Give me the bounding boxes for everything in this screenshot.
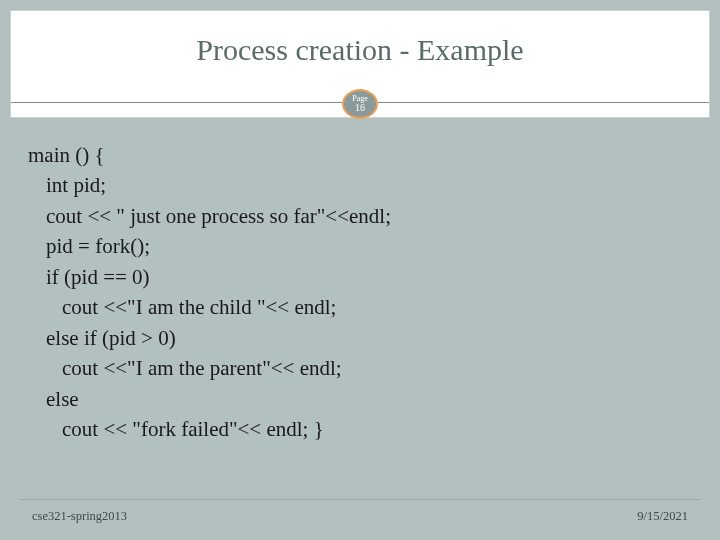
- footer-date: 9/15/2021: [637, 509, 688, 524]
- footer-divider: [20, 499, 700, 500]
- code-line: cout << " just one process so far"<<endl…: [28, 201, 692, 231]
- code-line: if (pid == 0): [28, 262, 692, 292]
- code-line: cout << "fork failed"<< endl; }: [28, 414, 692, 444]
- code-line: main () {: [28, 140, 692, 170]
- code-line: else if (pid > 0): [28, 323, 692, 353]
- footer: cse321-spring2013 9/15/2021: [32, 509, 688, 524]
- footer-course: cse321-spring2013: [32, 509, 127, 524]
- slide: Process creation - Example Page 16 main …: [10, 10, 710, 530]
- code-block: main () { int pid; cout << " just one pr…: [10, 118, 710, 444]
- page-number: 16: [355, 103, 365, 113]
- code-line: cout <<"I am the parent"<< endl;: [28, 353, 692, 383]
- code-line: int pid;: [28, 170, 692, 200]
- page-badge: Page 16: [342, 89, 378, 119]
- code-line: else: [28, 384, 692, 414]
- slide-title: Process creation - Example: [11, 11, 709, 67]
- header: Process creation - Example Page 16: [10, 10, 710, 118]
- code-line: cout <<"I am the child "<< endl;: [28, 292, 692, 322]
- code-line: pid = fork();: [28, 231, 692, 261]
